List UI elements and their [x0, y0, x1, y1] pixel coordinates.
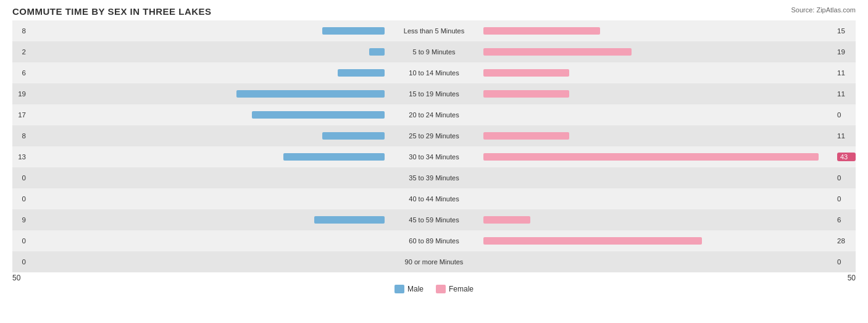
male-bar-wrap	[28, 69, 385, 77]
male-bar	[369, 48, 385, 56]
male-bar-wrap	[28, 153, 385, 161]
row-label: 40 to 44 Minutes	[385, 195, 483, 203]
male-value: 6	[12, 69, 26, 77]
row-label: 45 to 59 Minutes	[385, 216, 483, 224]
male-bar	[314, 216, 385, 224]
male-bar-wrap	[28, 216, 385, 224]
table-row: 8 Less than 5 Minutes 15	[12, 20, 856, 41]
male-value: 9	[12, 216, 26, 224]
male-bar-wrap	[28, 237, 385, 245]
female-value: 28	[837, 237, 856, 245]
male-value: 17	[12, 111, 26, 119]
female-section: 43	[483, 146, 856, 167]
legend: Male Female	[12, 285, 856, 293]
female-section: 0	[483, 167, 856, 188]
female-bar	[483, 48, 632, 56]
female-value: 19	[837, 48, 856, 56]
male-section: 6	[12, 62, 385, 83]
row-label: Less than 5 Minutes	[385, 27, 483, 35]
female-bar-wrap	[483, 132, 835, 140]
table-row: 0 40 to 44 Minutes 0	[12, 188, 856, 209]
female-section: 0	[483, 188, 856, 209]
male-section: 0	[12, 230, 385, 251]
female-section: 28	[483, 230, 856, 251]
male-bar	[283, 153, 385, 161]
chart-title: COMMUTE TIME BY SEX IN THREE LAKES	[12, 6, 856, 17]
female-bar-wrap	[483, 90, 835, 98]
female-bar-wrap	[483, 27, 835, 35]
male-section: 0	[12, 188, 385, 209]
female-bar-wrap	[483, 153, 835, 161]
legend-female: Female	[436, 285, 474, 293]
female-section: 0	[483, 104, 856, 125]
female-section: 6	[483, 209, 856, 230]
source-label: Source: ZipAtlas.com	[791, 6, 856, 14]
table-row: 0 90 or more Minutes 0	[12, 251, 856, 272]
table-row: 9 45 to 59 Minutes 6	[12, 209, 856, 230]
male-value: 0	[12, 195, 26, 203]
row-label: 60 to 89 Minutes	[385, 237, 483, 245]
male-bar-wrap	[28, 90, 385, 98]
row-label: 20 to 24 Minutes	[385, 111, 483, 119]
chart-container: COMMUTE TIME BY SEX IN THREE LAKES Sourc…	[0, 0, 868, 323]
axis-right-label: 50	[483, 274, 856, 282]
legend-male: Male	[394, 285, 424, 293]
male-bar	[236, 90, 385, 98]
rows-wrapper: 8 Less than 5 Minutes 15 2 5 to 9 Minute…	[12, 20, 856, 272]
female-section: 11	[483, 62, 856, 83]
row-label: 35 to 39 Minutes	[385, 174, 483, 182]
female-value: 43	[837, 153, 856, 161]
table-row: 6 10 to 14 Minutes 11	[12, 62, 856, 83]
row-label: 30 to 34 Minutes	[385, 153, 483, 161]
male-bar	[322, 132, 385, 140]
male-section: 19	[12, 83, 385, 104]
male-value: 8	[12, 27, 26, 35]
female-bar	[483, 153, 819, 161]
female-value: 0	[837, 111, 856, 119]
female-value: 11	[837, 90, 856, 98]
female-value: 0	[837, 195, 856, 203]
male-section: 17	[12, 104, 385, 125]
row-label: 25 to 29 Minutes	[385, 132, 483, 140]
table-row: 13 30 to 34 Minutes 43	[12, 146, 856, 167]
male-value: 8	[12, 132, 26, 140]
male-bar	[252, 111, 385, 119]
male-section: 8	[12, 125, 385, 146]
male-bar-wrap	[28, 27, 385, 35]
female-section: 0	[483, 251, 856, 272]
male-section: 8	[12, 20, 385, 41]
female-bar	[483, 69, 569, 77]
axis-left-label: 50	[12, 274, 385, 282]
female-value: 11	[837, 132, 856, 140]
female-bar-wrap	[483, 216, 835, 224]
female-section: 11	[483, 125, 856, 146]
table-row: 0 60 to 89 Minutes 28	[12, 230, 856, 251]
female-value: 11	[837, 69, 856, 77]
male-bar-wrap	[28, 174, 385, 182]
female-bar	[483, 237, 702, 245]
female-bar-wrap	[483, 258, 835, 266]
male-value: 0	[12, 258, 26, 266]
female-bar-wrap	[483, 111, 835, 119]
table-row: 2 5 to 9 Minutes 19	[12, 41, 856, 62]
female-bar-wrap	[483, 195, 835, 203]
axis-row: 50 50	[12, 272, 856, 282]
female-value: 0	[837, 174, 856, 182]
male-value: 0	[12, 237, 26, 245]
legend-female-label: Female	[449, 285, 474, 293]
male-bar	[338, 69, 385, 77]
male-section: 0	[12, 167, 385, 188]
male-value: 0	[12, 174, 26, 182]
male-section: 9	[12, 209, 385, 230]
male-section: 0	[12, 251, 385, 272]
male-section: 13	[12, 146, 385, 167]
female-bar-wrap	[483, 174, 835, 182]
table-row: 17 20 to 24 Minutes 0	[12, 104, 856, 125]
row-label: 5 to 9 Minutes	[385, 48, 483, 56]
male-bar-wrap	[28, 111, 385, 119]
female-bar	[483, 216, 530, 224]
male-value: 2	[12, 48, 26, 56]
legend-male-label: Male	[407, 285, 424, 293]
female-bar	[483, 90, 569, 98]
female-section: 19	[483, 41, 856, 62]
